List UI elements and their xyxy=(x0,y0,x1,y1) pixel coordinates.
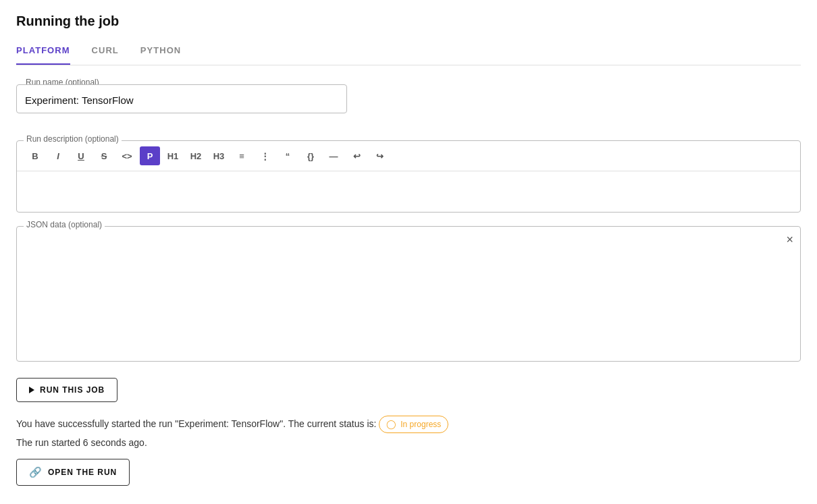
page-title: Running the job xyxy=(16,13,801,29)
success-message: You have successfully started the run "E… xyxy=(16,416,801,433)
tab-python[interactable]: PYTHON xyxy=(140,45,181,65)
h1-button[interactable]: H1 xyxy=(163,146,183,165)
h2-button[interactable]: H2 xyxy=(186,146,206,165)
run-job-label: RUN THIS JOB xyxy=(40,385,105,395)
underline-button[interactable]: U xyxy=(71,146,91,165)
run-job-button[interactable]: RUN THIS JOB xyxy=(16,378,117,402)
h3-button[interactable]: H3 xyxy=(209,146,229,165)
toolbar: B I U S <> P H1 H2 H3 ≡ ⋮ “ {} — ↩ ↪ xyxy=(17,141,800,171)
open-run-label: OPEN THE RUN xyxy=(48,468,117,477)
blockquote-button[interactable]: “ xyxy=(278,146,298,165)
play-icon xyxy=(29,387,34,393)
run-name-section: Run name (optional) xyxy=(16,84,801,127)
time-elapsed-message: The run started 6 seconds ago. xyxy=(16,437,801,448)
status-text: In progress xyxy=(400,418,441,430)
json-data-label: JSON data (optional) xyxy=(24,220,105,229)
paragraph-button[interactable]: P xyxy=(140,146,160,165)
italic-button[interactable]: I xyxy=(48,146,68,165)
tab-platform[interactable]: PLATFORM xyxy=(16,45,70,65)
open-run-button[interactable]: 🔗 OPEN THE RUN xyxy=(16,459,130,486)
description-content[interactable] xyxy=(17,171,800,212)
success-text-prefix: You have successfully started the run "E… xyxy=(16,418,376,429)
run-name-input[interactable] xyxy=(16,84,347,113)
run-name-wrapper: Run name (optional) xyxy=(16,84,347,113)
json-data-section: JSON data (optional) × xyxy=(16,226,801,362)
ordered-list-button[interactable]: ⋮ xyxy=(255,146,275,165)
spinner-icon: ◯ xyxy=(386,418,396,431)
description-editor: Run description (optional) B I U S <> P … xyxy=(16,140,801,213)
tab-bar: PLATFORM CURL PYTHON xyxy=(16,45,801,65)
json-textarea[interactable] xyxy=(17,227,800,358)
bold-button[interactable]: B xyxy=(25,146,45,165)
redo-button[interactable]: ↪ xyxy=(369,146,390,165)
link-icon: 🔗 xyxy=(29,466,43,478)
strikethrough-button[interactable]: S xyxy=(94,146,114,165)
bullet-list-button[interactable]: ≡ xyxy=(232,146,252,165)
status-badge: ◯ In progress xyxy=(379,416,448,433)
tab-curl[interactable]: CURL xyxy=(92,45,119,65)
code-block-button[interactable]: {} xyxy=(300,146,321,165)
inline-code-button[interactable]: <> xyxy=(117,146,137,165)
json-close-button[interactable]: × xyxy=(786,233,793,246)
undo-button[interactable]: ↩ xyxy=(346,146,367,165)
horizontal-rule-button[interactable]: — xyxy=(323,146,344,165)
description-label: Run description (optional) xyxy=(24,134,122,144)
